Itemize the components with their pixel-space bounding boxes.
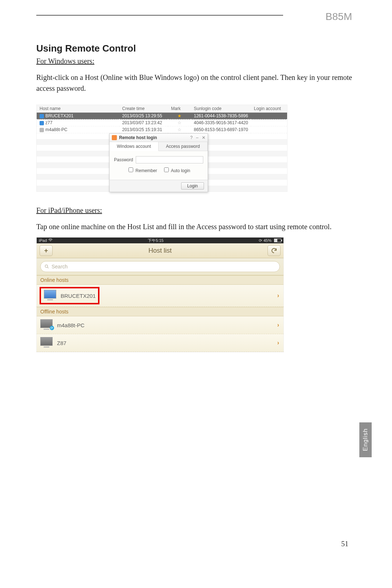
host-name: BRUCETX201: [45, 113, 73, 118]
table-row[interactable]: z77 2013/03/07 13:23:42 ☆ 4046-3335-9016…: [37, 119, 287, 126]
login-dialog: Remote host login ? – ✕ Windows account …: [109, 133, 208, 192]
monitor-icon: ⟳: [40, 319, 53, 328]
table-row[interactable]: m4a88t-PC 2013/03/25 15:19:31 ☆ 8650-815…: [37, 126, 287, 133]
windows-screenshot: Host name Create time Mark Sunlogin code…: [36, 105, 287, 192]
language-tab: English: [359, 422, 372, 457]
navbar: + Host list: [37, 243, 283, 258]
search-input[interactable]: Search: [40, 261, 280, 272]
online-section-header: Online hosts: [37, 275, 283, 285]
dialog-icon: [112, 135, 117, 140]
host-table: Host name Create time Mark Sunlogin code…: [37, 105, 287, 133]
table-row[interactable]: BRUCETX201 2013/03/25 13:29:55 ★ 1261-00…: [37, 113, 287, 119]
host-icon: [40, 114, 44, 118]
windows-instructions: Right-click on a Host (Online with Blue …: [36, 72, 352, 94]
col-host-name: Host name: [37, 105, 119, 113]
svg-point-0: [45, 265, 48, 267]
search-placeholder: Search: [52, 264, 68, 269]
search-icon: [44, 264, 49, 269]
star-icon: ☆: [177, 120, 181, 125]
create-time: 2013/03/07 13:23:42: [119, 119, 168, 126]
monitor-icon: [44, 290, 56, 299]
col-mark: Mark: [168, 105, 191, 113]
ipad-instructions: Tap one online machine on the Host List …: [36, 221, 352, 232]
chevron-right-icon: ›: [277, 292, 279, 299]
col-sunlogin-code: Sunlogin code: [191, 105, 251, 113]
create-time: 2013/03/25 13:29:55: [119, 113, 168, 119]
table-stripes-area: Remote host login ? – ✕ Windows account …: [37, 133, 287, 191]
col-login-account: Login account: [251, 105, 287, 113]
auto-login-checkbox[interactable]: [164, 167, 169, 172]
dialog-titlebar: Remote host login ? – ✕: [110, 134, 208, 142]
refresh-icon: [271, 247, 277, 254]
create-time: 2013/03/25 15:19:31: [119, 126, 168, 133]
model-label: B85M: [326, 11, 352, 23]
battery-icon: [274, 239, 281, 242]
monitor-icon: [40, 337, 53, 346]
minimize-icon[interactable]: –: [196, 135, 199, 140]
status-bar: iPad 下午5:15 ⟳ 45%: [37, 238, 283, 243]
host-name: z77: [45, 120, 52, 125]
host-label: m4a88t-PC: [54, 322, 277, 328]
password-input[interactable]: [136, 156, 203, 163]
section-title: Using Remote Control: [36, 43, 352, 54]
status-time: 下午5:15: [53, 238, 259, 243]
svg-line-1: [48, 267, 49, 268]
chevron-right-icon: ›: [277, 340, 279, 346]
host-icon: [40, 128, 44, 132]
navbar-title: Host list: [53, 247, 268, 255]
col-create-time: Create time: [119, 105, 168, 113]
host-label: Z87: [54, 340, 277, 346]
auto-login-label: Auto login: [171, 168, 190, 173]
windows-users-label: For Windows users:: [36, 57, 352, 65]
chevron-right-icon: ›: [277, 322, 279, 328]
battery-text: 45%: [264, 238, 271, 243]
remember-label: Remember: [135, 168, 157, 173]
list-item[interactable]: ⟳ m4a88t-PC ›: [37, 316, 283, 334]
page-number: 51: [341, 540, 348, 548]
dialog-title: Remote host login: [119, 135, 188, 140]
password-label: Password: [114, 157, 136, 162]
offline-section-header: Offline hosts: [37, 307, 283, 316]
host-name: m4a88t-PC: [45, 127, 68, 132]
sunlogin-code: 8650-8153-5613-6897-1970: [191, 126, 251, 133]
close-icon[interactable]: ✕: [202, 135, 205, 140]
device-label: iPad: [39, 238, 47, 243]
list-item[interactable]: BRUCETX201 ›: [37, 285, 283, 307]
header-rule: [36, 15, 283, 16]
ipad-screenshot: iPad 下午5:15 ⟳ 45% + Host list Search: [36, 237, 284, 352]
refresh-button[interactable]: [268, 245, 281, 256]
search-bar: Search: [37, 258, 283, 275]
add-button[interactable]: +: [40, 245, 53, 256]
star-icon: ☆: [177, 127, 181, 132]
rotation-lock-icon: ⟳: [259, 238, 262, 243]
sunlogin-code: 4046-3335-9016-3617-4420: [191, 119, 251, 126]
tab-windows-account[interactable]: Windows account: [110, 142, 159, 151]
highlight-box: BRUCETX201: [40, 287, 99, 304]
sync-badge-icon: ⟳: [50, 326, 54, 330]
remember-checkbox[interactable]: [128, 167, 133, 172]
host-label: BRUCETX201: [58, 293, 96, 299]
wifi-icon: [48, 238, 53, 243]
help-icon[interactable]: ?: [190, 135, 193, 140]
ipad-users-label: For iPad/iPhone users:: [36, 206, 352, 215]
host-icon: [40, 121, 44, 125]
list-item[interactable]: Z87 ›: [37, 334, 283, 352]
star-icon: ★: [177, 113, 181, 118]
login-button[interactable]: Login: [181, 182, 204, 190]
tab-access-password[interactable]: Access password: [159, 142, 208, 151]
sunlogin-code: 1261-0044-1538-7835-5896: [191, 113, 251, 119]
